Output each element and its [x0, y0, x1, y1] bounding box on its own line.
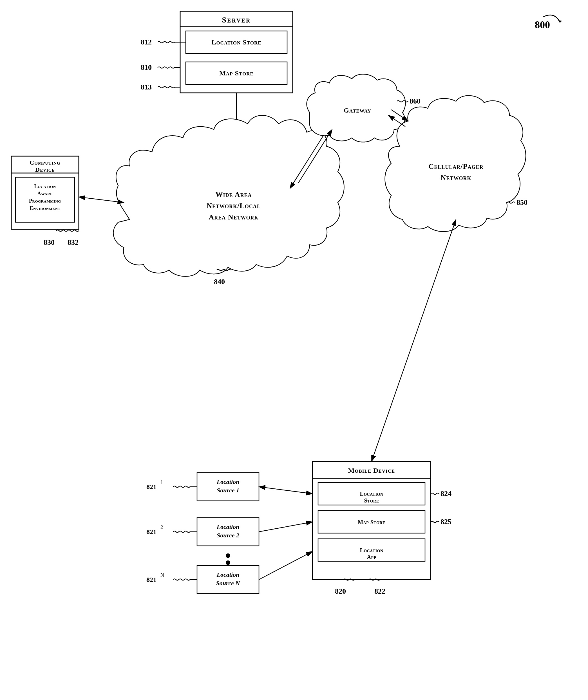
ref-821N: 821 [146, 576, 156, 583]
ref-850: 850 [517, 198, 528, 207]
dot2 [226, 560, 230, 565]
svg-rect-10 [15, 177, 75, 222]
ref-810-line [158, 67, 180, 68]
ref-820-squiggle [344, 579, 355, 580]
svg-rect-16 [197, 473, 259, 501]
computing-inner3: Programming [29, 198, 61, 204]
svg-rect-6 [186, 31, 287, 53]
loc-source-1-label1: Location [216, 478, 239, 485]
loc1-to-mobile-arrow [259, 487, 313, 494]
loc2-to-mobile-arrow [259, 522, 313, 532]
ref-812-line [158, 42, 186, 43]
server-map-store: Map Store [219, 69, 253, 77]
computing-device-title1: Computing [30, 159, 60, 166]
ref-825: 825 [441, 518, 452, 526]
gateway-label: Gateway [344, 107, 371, 114]
mobile-location-store: Location [360, 491, 383, 497]
computing-device-title2: Device [35, 166, 55, 173]
svg-rect-15 [318, 539, 425, 561]
dot1 [226, 553, 230, 558]
ref-810: 810 [141, 63, 152, 71]
ref-830-squiggle [56, 230, 68, 232]
cellular-label1: Cellular/Pager [429, 162, 484, 170]
wan-label2: Network/Local [206, 202, 260, 210]
ref-824: 824 [441, 490, 452, 498]
ref-840-squiggle [217, 270, 231, 271]
cellular-to-mobile-arrow [372, 219, 456, 461]
wan-label3: Area Network [208, 213, 258, 221]
mobile-map-store: Map Store [358, 519, 385, 525]
locN-to-mobile-arrow [259, 551, 313, 580]
svg-rect-7 [186, 62, 287, 84]
loc-source-n-label2: Source N [216, 580, 240, 587]
mobile-location-app2: App [367, 554, 376, 560]
svg-rect-18 [197, 566, 259, 594]
svg-marker-3 [558, 20, 562, 23]
gateway-to-wan-arrow [290, 135, 324, 189]
ref-8211: 821 [146, 483, 156, 490]
ref-840: 840 [214, 278, 225, 286]
diagram-container: 800 Server Location Store Map Store 812 … [0, 0, 588, 700]
server-location-store: Location Store [211, 39, 261, 46]
ref-860: 860 [410, 97, 421, 105]
svg-rect-4 [180, 11, 293, 93]
ref-830: 830 [44, 238, 55, 246]
svg-rect-11 [313, 461, 431, 580]
ref-8212: 821 [146, 528, 156, 535]
svg-rect-13 [318, 483, 425, 505]
ref-850-squiggle [507, 202, 515, 203]
ref-860-squiggle [397, 101, 408, 102]
loc-source-2-label2: Source 2 [217, 532, 239, 539]
svg-rect-8 [11, 156, 79, 229]
computing-to-wan-arrow [79, 197, 124, 203]
loc-source-1-label2: Source 1 [217, 487, 239, 494]
ref-8211-squiggle [173, 486, 197, 488]
diagram-svg: 800 Server Location Store Map Store 812 … [0, 0, 588, 700]
gateway-to-cellular-arrow [391, 110, 408, 121]
mobile-device-title: Mobile Device [348, 467, 395, 474]
ref-821N-squiggle [173, 579, 197, 580]
loc-source-2-label1: Location [216, 523, 239, 530]
wan-label1: Wide Area [215, 190, 252, 199]
ref-822-squiggle [369, 579, 380, 580]
ref-825-squiggle [431, 521, 439, 523]
cellular-label2: Network [441, 174, 472, 182]
svg-rect-17 [197, 518, 259, 546]
ref-820: 820 [335, 587, 346, 595]
server-title: Server [222, 15, 251, 24]
mobile-location-store2: Store [364, 497, 379, 504]
ref-832: 832 [68, 238, 78, 246]
ref-8212-squiggle [173, 531, 197, 533]
cellular-cloud [385, 96, 526, 232]
ref-8212-sub: 2 [160, 524, 163, 530]
computing-inner4: Environment [30, 205, 60, 211]
loc-source-n-label1: Location [216, 571, 239, 578]
svg-rect-14 [318, 511, 425, 533]
wan-cloud [113, 115, 344, 277]
ref-822: 822 [374, 587, 385, 595]
ref-824-squiggle [431, 493, 439, 495]
cellular-to-gateway-arrow [389, 115, 405, 127]
gateway-cloud [307, 74, 406, 142]
computing-inner2: Aware [37, 191, 53, 196]
computing-inner1: Location [34, 183, 56, 189]
figure-label: 800 [535, 19, 550, 30]
ref-821N-sub: N [160, 572, 164, 578]
ref-812: 812 [141, 38, 152, 46]
mobile-location-app: Location [360, 547, 383, 553]
ref-813: 813 [141, 83, 152, 91]
ref-832-squiggle [68, 230, 79, 232]
wan-to-gateway-arrow [299, 129, 332, 183]
ref-813-line [158, 87, 180, 88]
ref-8211-sub: 1 [160, 479, 163, 485]
